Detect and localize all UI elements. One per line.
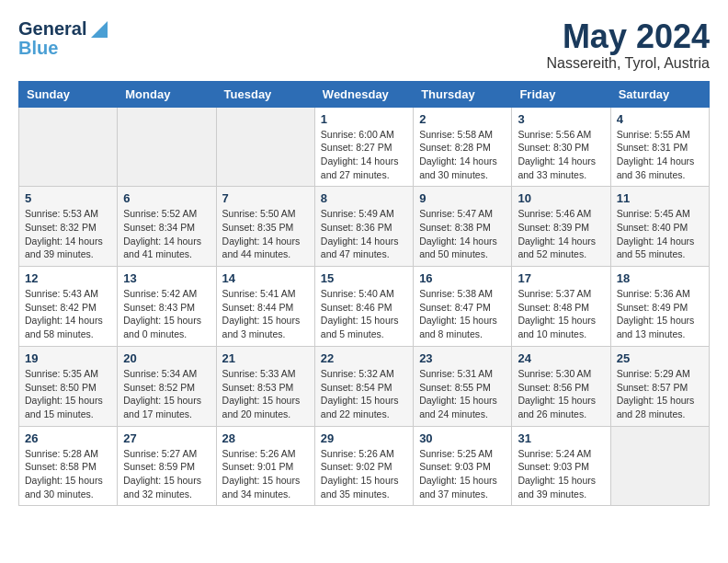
month-title: May 2024 xyxy=(546,18,710,55)
sunrise-info: Sunrise: 5:38 AM xyxy=(419,287,506,301)
sunset-info: Sunset: 8:40 PM xyxy=(617,221,703,235)
daylight-info: and 35 minutes. xyxy=(321,488,407,501)
sunrise-info: Sunrise: 5:45 AM xyxy=(617,207,703,221)
daylight-info: and 30 minutes. xyxy=(25,488,111,501)
daylight-info: Daylight: 15 hours xyxy=(518,474,604,488)
sunrise-info: Sunrise: 5:46 AM xyxy=(518,207,604,221)
sunset-info: Sunset: 8:38 PM xyxy=(419,221,506,235)
table-row xyxy=(610,426,709,506)
daylight-info: and 5 minutes. xyxy=(321,327,407,341)
page-header: General Blue May 2024 Nassereith, Tyrol,… xyxy=(18,18,710,72)
day-number: 25 xyxy=(617,351,703,365)
day-number: 15 xyxy=(321,271,407,285)
daylight-info: Daylight: 15 hours xyxy=(419,394,506,408)
sunset-info: Sunset: 8:52 PM xyxy=(123,381,210,395)
daylight-info: and 15 minutes. xyxy=(25,408,111,421)
sunset-info: Sunset: 8:27 PM xyxy=(321,141,407,155)
day-number: 10 xyxy=(518,191,604,205)
table-row: 17Sunrise: 5:37 AMSunset: 8:48 PMDayligh… xyxy=(512,267,610,347)
logo-icon xyxy=(91,21,108,38)
table-row: 18Sunrise: 5:36 AMSunset: 8:49 PMDayligh… xyxy=(610,267,709,347)
table-row: 25Sunrise: 5:29 AMSunset: 8:57 PMDayligh… xyxy=(610,346,709,426)
table-row: 31Sunrise: 5:24 AMSunset: 9:03 PMDayligh… xyxy=(512,426,610,506)
sunset-info: Sunset: 8:30 PM xyxy=(518,141,604,155)
sunset-info: Sunset: 8:39 PM xyxy=(518,221,604,235)
daylight-info: Daylight: 14 hours xyxy=(617,235,703,248)
daylight-info: and 30 minutes. xyxy=(419,168,506,182)
daylight-info: and 24 minutes. xyxy=(419,408,506,421)
table-row: 1Sunrise: 6:00 AMSunset: 8:27 PMDaylight… xyxy=(314,107,413,187)
sunrise-info: Sunrise: 5:31 AM xyxy=(419,367,506,381)
day-number: 27 xyxy=(123,431,210,445)
sunrise-info: Sunrise: 5:26 AM xyxy=(222,447,309,461)
sunrise-info: Sunrise: 5:28 AM xyxy=(25,447,111,461)
day-number: 5 xyxy=(25,191,111,205)
logo-blue-text: Blue xyxy=(18,38,58,59)
sunset-info: Sunset: 8:32 PM xyxy=(25,221,111,235)
sunrise-info: Sunrise: 5:49 AM xyxy=(321,207,407,221)
calendar-week-5: 26Sunrise: 5:28 AMSunset: 8:58 PMDayligh… xyxy=(19,426,710,506)
sunrise-info: Sunrise: 5:41 AM xyxy=(222,287,309,301)
daylight-info: Daylight: 15 hours xyxy=(25,394,111,408)
calendar-week-2: 5Sunrise: 5:53 AMSunset: 8:32 PMDaylight… xyxy=(19,187,710,267)
daylight-info: Daylight: 15 hours xyxy=(518,394,604,408)
daylight-info: Daylight: 14 hours xyxy=(419,235,506,248)
day-number: 21 xyxy=(222,351,309,365)
day-number: 18 xyxy=(617,271,703,285)
table-row: 24Sunrise: 5:30 AMSunset: 8:56 PMDayligh… xyxy=(512,346,610,426)
sunrise-info: Sunrise: 5:35 AM xyxy=(25,367,111,381)
day-number: 9 xyxy=(419,191,506,205)
table-row: 21Sunrise: 5:33 AMSunset: 8:53 PMDayligh… xyxy=(216,346,314,426)
daylight-info: Daylight: 15 hours xyxy=(321,394,407,408)
daylight-info: Daylight: 15 hours xyxy=(123,474,210,488)
table-row: 5Sunrise: 5:53 AMSunset: 8:32 PMDaylight… xyxy=(19,187,118,267)
daylight-info: Daylight: 14 hours xyxy=(321,155,407,168)
sunset-info: Sunset: 8:58 PM xyxy=(25,460,111,474)
day-number: 4 xyxy=(617,112,703,126)
daylight-info: Daylight: 15 hours xyxy=(25,474,111,488)
title-section: May 2024 Nassereith, Tyrol, Austria xyxy=(546,18,710,72)
table-row: 12Sunrise: 5:43 AMSunset: 8:42 PMDayligh… xyxy=(19,267,118,347)
table-row: 20Sunrise: 5:34 AMSunset: 8:52 PMDayligh… xyxy=(118,346,216,426)
daylight-info: Daylight: 15 hours xyxy=(222,474,309,488)
sunrise-info: Sunrise: 5:29 AM xyxy=(617,367,703,381)
daylight-info: and 47 minutes. xyxy=(321,247,407,261)
daylight-info: Daylight: 14 hours xyxy=(25,314,111,327)
sunrise-info: Sunrise: 5:42 AM xyxy=(123,287,210,301)
table-row: 30Sunrise: 5:25 AMSunset: 9:03 PMDayligh… xyxy=(414,426,512,506)
daylight-info: Daylight: 15 hours xyxy=(222,314,309,327)
table-row: 10Sunrise: 5:46 AMSunset: 8:39 PMDayligh… xyxy=(512,187,610,267)
daylight-info: and 37 minutes. xyxy=(419,488,506,501)
day-number: 30 xyxy=(419,431,506,445)
day-number: 28 xyxy=(222,431,309,445)
calendar-week-3: 12Sunrise: 5:43 AMSunset: 8:42 PMDayligh… xyxy=(19,267,710,347)
sunrise-info: Sunrise: 5:25 AM xyxy=(419,447,506,461)
sunset-info: Sunset: 9:03 PM xyxy=(518,460,604,474)
daylight-info: Daylight: 15 hours xyxy=(321,314,407,327)
sunrise-info: Sunrise: 5:27 AM xyxy=(123,447,210,461)
daylight-info: and 3 minutes. xyxy=(222,327,309,341)
header-monday: Monday xyxy=(118,81,216,107)
table-row: 22Sunrise: 5:32 AMSunset: 8:54 PMDayligh… xyxy=(314,346,413,426)
sunset-info: Sunset: 8:47 PM xyxy=(419,301,506,315)
sunrise-info: Sunrise: 5:53 AM xyxy=(25,207,111,221)
table-row xyxy=(118,107,216,187)
daylight-info: Daylight: 15 hours xyxy=(123,394,210,408)
calendar-table: Sunday Monday Tuesday Wednesday Thursday… xyxy=(18,81,710,507)
table-row: 14Sunrise: 5:41 AMSunset: 8:44 PMDayligh… xyxy=(216,267,314,347)
day-number: 14 xyxy=(222,271,309,285)
daylight-info: and 27 minutes. xyxy=(321,168,407,182)
table-row: 2Sunrise: 5:58 AMSunset: 8:28 PMDaylight… xyxy=(414,107,512,187)
table-row: 11Sunrise: 5:45 AMSunset: 8:40 PMDayligh… xyxy=(610,187,709,267)
sunset-info: Sunset: 9:01 PM xyxy=(222,460,309,474)
sunset-info: Sunset: 8:48 PM xyxy=(518,301,604,315)
table-row: 23Sunrise: 5:31 AMSunset: 8:55 PMDayligh… xyxy=(414,346,512,426)
sunset-info: Sunset: 9:03 PM xyxy=(419,460,506,474)
sunrise-info: Sunrise: 5:34 AM xyxy=(123,367,210,381)
sunset-info: Sunset: 8:49 PM xyxy=(617,301,703,315)
day-number: 24 xyxy=(518,351,604,365)
daylight-info: Daylight: 15 hours xyxy=(419,474,506,488)
sunset-info: Sunset: 8:35 PM xyxy=(222,221,309,235)
daylight-info: Daylight: 14 hours xyxy=(518,155,604,168)
day-number: 1 xyxy=(321,112,407,126)
